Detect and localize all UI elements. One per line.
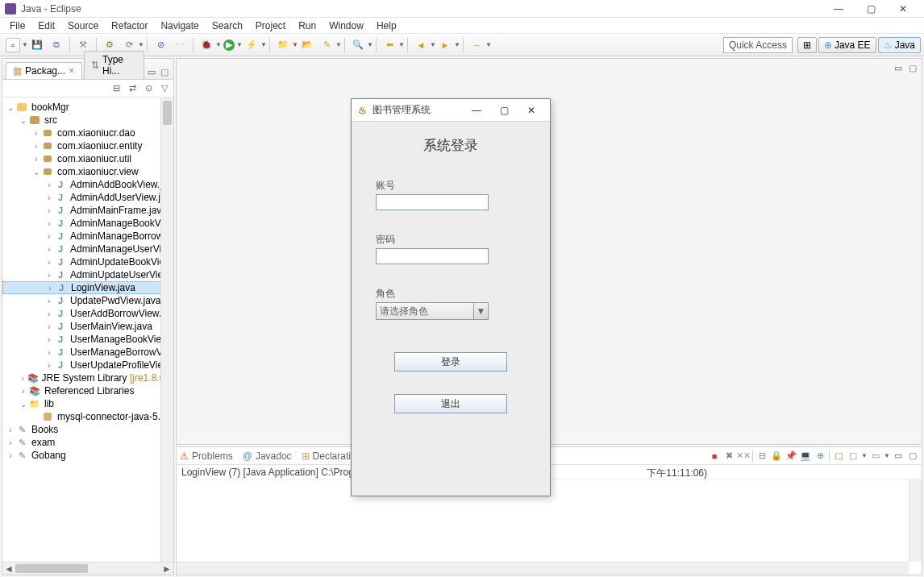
tree-package[interactable]: ⌄com.xiaoniucr.view xyxy=(2,165,173,178)
dropdown-icon[interactable]: ▼ xyxy=(431,38,435,52)
run-icon[interactable]: ▶ xyxy=(223,39,235,51)
dropdown-icon[interactable]: ▼ xyxy=(293,38,298,52)
dropdown-icon[interactable]: ▼ xyxy=(399,38,404,52)
open-console-icon[interactable]: ▢ xyxy=(833,450,844,462)
tree-java-file[interactable]: ›JUpdatePwdView.java xyxy=(2,294,173,307)
perspective-java-ee[interactable]: ⊕Java EE xyxy=(818,37,876,53)
new-package-icon[interactable]: 📁 xyxy=(276,38,290,52)
remove-all-icon[interactable]: ⨯⨯ xyxy=(738,450,749,462)
terminate-icon[interactable]: ■ xyxy=(709,450,720,462)
display-selected-icon[interactable]: 💻 xyxy=(800,450,811,462)
save-icon[interactable]: 💾 xyxy=(30,38,44,52)
tree-java-file[interactable]: ›JAdminManageUserVie xyxy=(2,243,173,255)
close-icon[interactable]: ✕ xyxy=(69,67,75,75)
tree-java-file[interactable]: ›JUserAddBorrowView.j xyxy=(2,307,173,320)
dropdown-icon[interactable]: ▼ xyxy=(884,449,889,463)
minimize-view-icon[interactable]: ▭ xyxy=(146,66,157,77)
link-editor-icon[interactable]: ⇄ xyxy=(127,83,138,94)
new-console-icon[interactable]: ▢ xyxy=(847,450,859,462)
tree-jre[interactable]: ›📚JRE System Library [jre1.8.0_ xyxy=(2,372,173,384)
maximize-button[interactable]: ▢ xyxy=(855,0,887,18)
menu-search[interactable]: Search xyxy=(206,19,249,33)
new-class-icon[interactable]: 📂 xyxy=(300,38,314,52)
focus-icon[interactable]: ⊙ xyxy=(143,83,154,94)
exit-button[interactable]: 退出 xyxy=(394,394,507,413)
dropdown-icon[interactable]: ▼ xyxy=(486,38,491,52)
dropdown-icon[interactable]: ▼ xyxy=(368,38,373,52)
forward-icon[interactable]: ► xyxy=(438,38,452,52)
clear-console-icon[interactable]: ⊟ xyxy=(756,450,768,462)
tree-java-file[interactable]: ›JAdminManageBookVi xyxy=(2,217,173,230)
close-button[interactable]: ✕ xyxy=(887,0,919,18)
tree-java-file[interactable]: ›JUserUpdateProfileVie xyxy=(2,359,173,372)
horizontal-scrollbar[interactable]: ◄ ► xyxy=(2,562,173,575)
tree-java-file[interactable]: ›JAdminUpdateUserVie xyxy=(2,268,173,281)
dropdown-icon[interactable]: ▼ xyxy=(862,449,867,463)
dropdown-icon[interactable]: ▼ xyxy=(139,38,144,52)
dropdown-icon[interactable]: ▼ xyxy=(261,38,266,52)
console-menu-icon[interactable]: ▭ xyxy=(870,450,881,462)
menu-project[interactable]: Project xyxy=(249,19,292,33)
new-icon[interactable]: ▫ xyxy=(6,38,20,52)
open-type-icon[interactable]: ✎ xyxy=(319,38,334,52)
menu-file[interactable]: File xyxy=(3,19,31,33)
external-tools-icon[interactable]: ⚡ xyxy=(244,38,259,52)
scroll-lock-icon[interactable]: 🔒 xyxy=(771,450,782,462)
tree-java-file-selected[interactable]: ›JLoginView.java xyxy=(2,281,173,294)
collapse-all-icon[interactable]: ⊟ xyxy=(110,83,122,94)
tree-java-file[interactable]: ›JUserManageBorrowVi xyxy=(2,346,173,359)
minimize-button[interactable]: — xyxy=(822,0,855,18)
scroll-left-icon[interactable]: ◄ xyxy=(2,562,15,575)
tree-project[interactable]: ⌄bookMgr xyxy=(2,101,173,114)
dropdown-icon[interactable]: ▼ xyxy=(455,38,460,52)
dropdown-icon[interactable]: ▼ xyxy=(216,38,221,52)
tree-java-file[interactable]: ›JAdminUpdateBookVie xyxy=(2,255,173,268)
minimize-editor-icon[interactable]: ▭ xyxy=(893,62,904,73)
login-button[interactable]: 登录 xyxy=(394,352,507,372)
tree-java-file[interactable]: ›JAdminAddUserView.ja xyxy=(2,191,173,204)
menu-run[interactable]: Run xyxy=(292,19,323,33)
tree-package[interactable]: ›com.xiaoniucr.util xyxy=(2,152,173,165)
dropdown-icon[interactable]: ▼ xyxy=(23,38,27,52)
vertical-scrollbar[interactable] xyxy=(160,98,173,562)
account-input[interactable] xyxy=(376,194,489,210)
dialog-maximize-button[interactable]: ▢ xyxy=(490,102,518,118)
menu-navigate[interactable]: Navigate xyxy=(154,19,205,33)
quick-access[interactable]: Quick Access xyxy=(723,37,793,53)
tree-java-file[interactable]: ›JUserMainView.java xyxy=(2,320,173,333)
save-all-icon[interactable]: ⧉ xyxy=(49,38,64,52)
role-select[interactable]: 请选择角色 ▼ xyxy=(376,302,489,320)
menu-edit[interactable]: Edit xyxy=(31,19,61,33)
tree-java-file[interactable]: ›JUserManageBookView xyxy=(2,333,173,346)
next-annotation-icon[interactable]: → xyxy=(469,38,484,52)
open-perspective-button[interactable]: ⊞ xyxy=(797,37,817,53)
tree-ref-lib[interactable]: ›📚Referenced Libraries xyxy=(2,384,173,397)
pin-console-icon[interactable]: 📌 xyxy=(785,450,797,462)
perspective-java[interactable]: ♨Java xyxy=(878,37,921,53)
menu-refactor[interactable]: Refactor xyxy=(105,19,154,33)
maximize-console-icon[interactable]: ▢ xyxy=(907,450,918,462)
tree-java-file[interactable]: ›JAdminManageBorrow xyxy=(2,230,173,243)
dialog-close-button[interactable]: ✕ xyxy=(518,102,545,118)
menu-window[interactable]: Window xyxy=(323,19,370,33)
tree-project[interactable]: ›✎Gobang xyxy=(2,449,173,462)
last-edit-icon[interactable]: ⬅ xyxy=(382,38,397,52)
menu-help[interactable]: Help xyxy=(370,19,403,33)
dropdown-icon[interactable]: ▼ xyxy=(237,38,242,52)
view-menu-icon[interactable]: ▽ xyxy=(159,83,170,94)
resume-icon[interactable]: ⋯ xyxy=(173,38,187,52)
tree-src[interactable]: ⌄src xyxy=(2,114,173,127)
tree-lib-folder[interactable]: ⌄📁lib xyxy=(2,397,173,410)
minimize-console-icon[interactable]: ▭ xyxy=(893,450,904,462)
password-input[interactable] xyxy=(376,248,489,264)
vertical-scrollbar[interactable] xyxy=(909,479,922,562)
build-icon[interactable]: ⚒ xyxy=(76,38,90,52)
tab-javadoc[interactable]: @Javadoc xyxy=(243,450,292,462)
remove-launch-icon[interactable]: ✖ xyxy=(723,450,735,462)
search-icon[interactable]: 🔍 xyxy=(351,38,365,52)
menu-source[interactable]: Source xyxy=(61,19,105,33)
tree-jar[interactable]: mysql-connector-java-5.1 xyxy=(2,410,173,423)
refresh-icon[interactable]: ⟳ xyxy=(122,38,136,52)
tree-java-file[interactable]: ›JAdminAddBookView.ja xyxy=(2,178,173,191)
maximize-view-icon[interactable]: ▢ xyxy=(159,66,170,77)
